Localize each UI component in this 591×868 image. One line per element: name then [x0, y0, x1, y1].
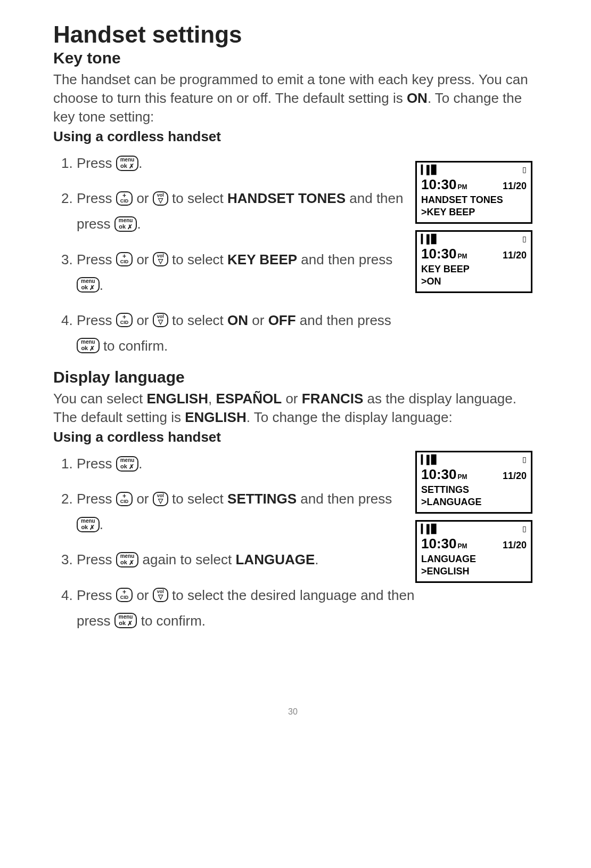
vol-down-button-icon: vol▽ [153, 588, 168, 602]
text-bold: ON [227, 312, 248, 328]
menu-ok-button-icon: menuok ✗ [116, 156, 139, 171]
vol-down-button-icon: vol▽ [153, 313, 168, 327]
lcd-line2: >ON [421, 275, 527, 288]
signal-icon: ▎▌▊ [421, 166, 437, 174]
lcd-date: 11/20 [503, 540, 527, 551]
lcd-line2: >ENGLISH [421, 565, 527, 578]
signal-icon: ▎▌▊ [421, 235, 437, 244]
text: . [138, 456, 142, 472]
display-sub: Using a cordless handset [53, 429, 532, 445]
text: . [100, 516, 103, 532]
menu-ok-button-icon: menuok ✗ [116, 456, 139, 472]
text-bold: OFF [268, 312, 296, 328]
list-item: Press +CID or vol▽ to select SETTINGS an… [77, 486, 415, 537]
lcd-line1: HANDSET TONES [421, 194, 527, 206]
page-number: 30 [53, 707, 532, 717]
lcd-pm: PM [458, 473, 467, 481]
battery-icon: ▯ [522, 166, 527, 174]
lcd-date: 11/20 [503, 250, 527, 261]
text: , [208, 391, 216, 407]
text-on: ON [407, 90, 428, 106]
text: and then press [296, 312, 391, 328]
signal-icon: ▎▌▊ [421, 525, 437, 533]
text: Press [77, 491, 116, 507]
text: . [315, 551, 318, 567]
lcd-screen: ▎▌▊▯ 10:30PM11/20 HANDSET TONES >KEY BEE… [415, 161, 532, 224]
lcd-line2: >KEY BEEP [421, 206, 527, 218]
text: Press [77, 456, 116, 472]
menu-ok-button-icon: menuok ✗ [77, 277, 100, 293]
menu-ok-button-icon: menuok ✗ [114, 216, 137, 232]
lcd-date: 11/20 [503, 470, 527, 482]
text-bold: SETTINGS [227, 491, 297, 507]
text: Press [77, 155, 116, 171]
list-item: Press +CID or vol▽ to select HANDSET TON… [77, 185, 415, 237]
list-item: Press menuok ✗ again to select LANGUAGE. [77, 547, 415, 572]
lcd-time: 10:30 [421, 176, 457, 192]
text: . [137, 216, 141, 232]
text-bold: ENGLISH [185, 409, 247, 425]
lcd-screen: ▎▌▊▯ 10:30PM11/20 KEY BEEP >ON [415, 230, 532, 293]
text: to select [168, 312, 227, 328]
battery-icon: ▯ [522, 525, 527, 533]
lcd-pm: PM [458, 542, 467, 550]
cid-up-button-icon: +CID [116, 252, 133, 266]
list-item: Press menuok ✗. [77, 150, 415, 176]
text: to select [168, 491, 227, 507]
lcd-screen: ▎▌▊▯ 10:30PM11/20 LANGUAGE >ENGLISH [415, 520, 532, 583]
vol-down-button-icon: vol▽ [153, 492, 168, 506]
list-item: Press menuok ✗. [77, 451, 415, 476]
text: Press [77, 312, 116, 328]
text: to confirm. [137, 613, 206, 629]
text: Press [77, 551, 116, 567]
text-bold: HANDSET TONES [227, 190, 346, 206]
lcd-time: 10:30 [421, 466, 457, 482]
display-intro: You can select ENGLISH, ESPAÑOL or FRANC… [53, 390, 532, 427]
text: or [133, 312, 153, 328]
text: and then press [297, 252, 392, 267]
battery-icon: ▯ [522, 235, 527, 244]
text: Press [77, 252, 116, 267]
text: or [282, 391, 302, 407]
text: or [133, 190, 153, 206]
vol-down-button-icon: vol▽ [153, 252, 168, 266]
list-item: Press +CID or vol▽ to select ON or OFF a… [77, 307, 415, 359]
text: or [133, 252, 153, 267]
lcd-time: 10:30 [421, 536, 457, 551]
text-bold: KEY BEEP [227, 252, 297, 267]
text: again to select [138, 551, 235, 567]
lcd-line1: KEY BEEP [421, 263, 527, 275]
text-bold: LANGUAGE [235, 551, 315, 567]
battery-icon: ▯ [522, 456, 527, 464]
page-title: Handset settings [53, 21, 532, 48]
cid-up-button-icon: +CID [116, 492, 133, 506]
menu-ok-button-icon: menuok ✗ [77, 338, 100, 353]
keytone-steps: Press menuok ✗. Press +CID or vol▽ to se… [53, 150, 415, 359]
lcd-pm: PM [458, 183, 467, 191]
text-bold: ESPAÑOL [216, 391, 282, 407]
lcd-line1: LANGUAGE [421, 553, 527, 565]
lcd-screen: ▎▌▊▯ 10:30PM11/20 SETTINGS >LANGUAGE [415, 451, 532, 514]
vol-down-button-icon: vol▽ [153, 191, 168, 206]
text: to select [168, 252, 227, 267]
menu-ok-button-icon: menuok ✗ [114, 613, 137, 628]
text: . [100, 277, 103, 293]
text: or [133, 587, 153, 603]
lcd-pm: PM [458, 253, 467, 260]
cid-up-button-icon: +CID [116, 588, 133, 602]
menu-ok-button-icon: menuok ✗ [77, 517, 100, 532]
text: . [138, 155, 142, 171]
menu-ok-button-icon: menuok ✗ [116, 552, 139, 567]
section-keytone-title: Key tone [53, 49, 532, 67]
list-item: Press +CID or vol▽ to select KEY BEEP an… [77, 247, 415, 298]
text: Press [77, 587, 116, 603]
list-item: Press +CID or vol▽ to select the desired… [77, 582, 415, 634]
text-bold: ENGLISH [146, 391, 208, 407]
text: You can select [53, 391, 146, 407]
section-display-title: Display language [53, 368, 532, 386]
lcd-line1: SETTINGS [421, 484, 527, 496]
signal-icon: ▎▌▊ [421, 456, 437, 464]
cid-up-button-icon: +CID [116, 313, 133, 327]
text: or [248, 312, 268, 328]
text: to confirm. [100, 338, 168, 354]
